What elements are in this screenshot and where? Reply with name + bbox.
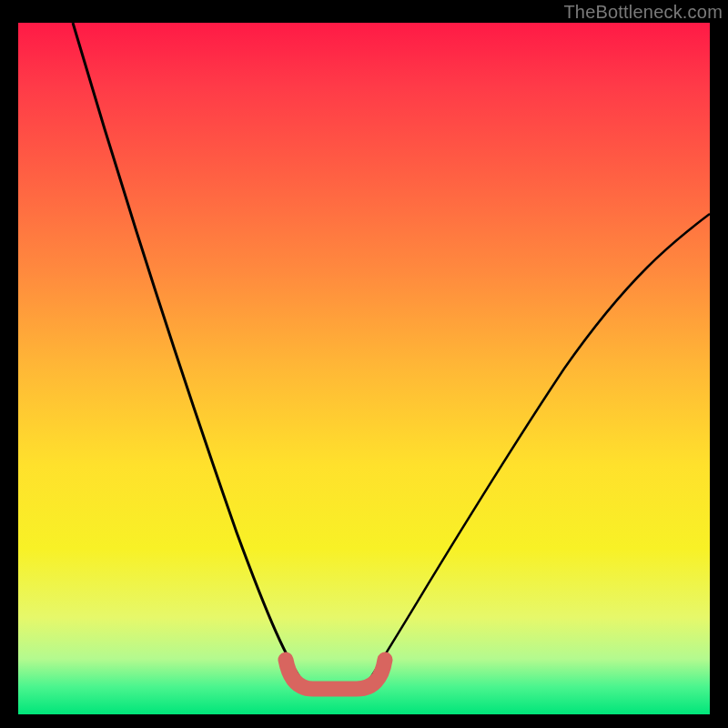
- right-curve: [366, 214, 710, 685]
- plot-area: [18, 23, 710, 714]
- watermark-text: TheBottleneck.com: [563, 2, 723, 23]
- bottom-u-highlight: [286, 660, 385, 689]
- left-curve: [73, 23, 305, 685]
- chart-frame: TheBottleneck.com: [0, 0, 728, 728]
- curve-svg: [18, 23, 710, 714]
